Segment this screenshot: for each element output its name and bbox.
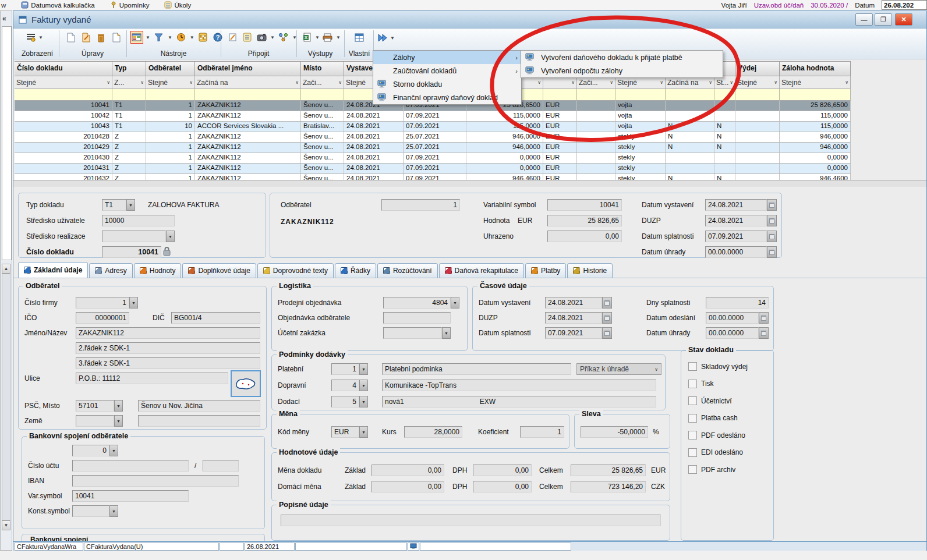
stredisko-realizace-spinner[interactable]: ▼	[166, 231, 175, 242]
print-dropdown-caret[interactable]: ▼	[336, 35, 341, 40]
popisne-field[interactable]	[281, 515, 661, 526]
cislo-firmy-field[interactable]: 1	[76, 297, 129, 309]
datum-odeslani-field[interactable]: 00.00.0000	[706, 312, 759, 324]
column-filter-dropdown[interactable]: Zači...∨	[577, 76, 615, 89]
prodejni-objednavka-field[interactable]: 4804	[383, 297, 451, 309]
banka-poradi-spinner[interactable]: ▼	[109, 445, 118, 456]
column-header[interactable]: Odběratel	[146, 61, 195, 76]
checkbox-unchecked[interactable]	[688, 465, 697, 474]
misto-field[interactable]: Šenov u Nov. Jičína	[138, 400, 260, 412]
column-filter-dropdown[interactable]: ∨	[543, 76, 577, 89]
zaklad-dokladu-field[interactable]: 0,00	[371, 465, 444, 476]
uhrazeno-field[interactable]: 0,00	[547, 231, 622, 242]
duzp-field[interactable]: 24.08.2021	[705, 215, 767, 226]
tab-doprovodn-texty[interactable]: Doprovodné texty	[257, 263, 334, 278]
tab-dopl-kov-daje[interactable]: Doplňkové údaje	[182, 263, 256, 278]
print-icon[interactable]	[322, 31, 334, 43]
filter-input-cell[interactable]	[666, 89, 714, 101]
menu-item-finan-n-opravn-da-ov-doklad[interactable]: Finanční opravný daňový doklad	[373, 91, 521, 104]
dodaci-desc-field[interactable]: nová1 EXW	[382, 396, 656, 407]
column-filter-dropdown[interactable]: Stejné∨	[735, 76, 780, 89]
koeficient-field[interactable]: 1	[520, 426, 564, 438]
tab-hodnoty[interactable]: Hodnoty	[134, 263, 182, 278]
filter-input-cell[interactable]	[577, 89, 615, 101]
filter-input-cell[interactable]	[195, 89, 301, 101]
column-header[interactable]: Číslo dokladu	[15, 61, 112, 76]
tab-adresy[interactable]: Adresy	[89, 263, 132, 278]
datum-vystaveni-field[interactable]: 24.08.2021	[705, 199, 767, 211]
close-button[interactable]: ✕	[895, 13, 912, 26]
platebni-spinner[interactable]: ▼	[359, 363, 368, 375]
scroll-down-button[interactable]: ▼	[2, 520, 10, 530]
filter-input-cell[interactable]	[15, 89, 112, 101]
dopravni-spinner[interactable]: ▼	[359, 380, 368, 391]
zeme-spinner[interactable]: ▼	[114, 415, 123, 427]
view-mode-icon[interactable]	[25, 31, 37, 43]
delete-record-icon[interactable]	[95, 31, 107, 43]
zeme-nazev-field[interactable]	[138, 415, 260, 427]
cislo-dokladu-field[interactable]: 10041	[102, 246, 161, 258]
checkbox-unchecked[interactable]	[688, 431, 697, 440]
tab-z-kladn-daje[interactable]: Základní údaje	[18, 262, 88, 278]
filter-input-cell[interactable]	[735, 89, 780, 101]
menu-item-z-lohy[interactable]: Zálohy›	[373, 51, 521, 64]
calendar-button[interactable]	[602, 297, 612, 309]
kod-meny-field[interactable]: EUR	[331, 426, 359, 438]
jmeno3-field[interactable]: 3.řádek z SDK-1	[76, 357, 260, 369]
zeme-field[interactable]	[76, 415, 114, 427]
datum-splatnosti-field[interactable]: 07.09.2021	[705, 231, 767, 242]
filter-input-cell[interactable]	[146, 89, 195, 101]
filter-input-cell[interactable]	[301, 89, 344, 101]
table-row[interactable]: 10043T110ACCOR Services Slovakia ...Brat…	[15, 122, 851, 132]
column-filter-dropdown[interactable]: St...∨	[714, 76, 735, 89]
filter-input-cell[interactable]	[615, 89, 666, 101]
cislo-uctu-field[interactable]	[72, 460, 189, 472]
column-filter-dropdown[interactable]: Začíná na∨	[666, 76, 714, 89]
workflow-icon[interactable]	[278, 31, 289, 43]
filter-input-cell[interactable]	[714, 89, 735, 101]
minimize-button[interactable]: —	[855, 13, 873, 26]
copy-record-icon[interactable]	[110, 31, 122, 43]
excel-dropdown-caret[interactable]: ▼	[315, 35, 320, 40]
cislo-firmy-spinner[interactable]: ▼	[129, 297, 138, 309]
dph-domaci-field[interactable]: 0,00	[473, 481, 532, 492]
tab--dky[interactable]: Řádky	[335, 263, 376, 278]
table-row[interactable]: 2010430Z1ZAKAZNIK112Šenov u...24.08.2021…	[15, 153, 851, 164]
ulice-field[interactable]: P.O.B.: 11112	[76, 373, 228, 384]
list-icon[interactable]	[241, 31, 253, 43]
kod-banky-field[interactable]	[203, 460, 239, 472]
hodnota-field[interactable]: 25 826,65	[547, 215, 622, 226]
column-filter-dropdown[interactable]: Začíná na∨	[195, 76, 301, 89]
column-header[interactable]: Místo	[301, 61, 344, 76]
excel-export-icon[interactable]: X	[301, 31, 313, 43]
camera-icon[interactable]	[256, 31, 267, 43]
checkbox-unchecked[interactable]	[688, 380, 697, 388]
scroll-up-button[interactable]: ▲	[2, 264, 10, 274]
table-row[interactable]: 2010428Z1ZAKAZNIK112Šenov u...24.08.2021…	[15, 132, 851, 143]
dph-dokladu-field[interactable]: 0,00	[473, 465, 532, 476]
checkbox-unchecked[interactable]	[688, 414, 697, 423]
table-row[interactable]: 2010429Z1ZAKAZNIK112Šenov u...24.08.2021…	[15, 143, 851, 153]
variabilni-symbol-field[interactable]: 10041	[547, 199, 622, 211]
jmeno-field[interactable]: ZAKAZNIK112	[76, 327, 260, 339]
table-row[interactable]: 2010431Z1ZAKAZNIK112Šenov u...24.08.2021…	[15, 164, 851, 174]
tab-da-ov-rekapitulace[interactable]: Daňová rekapitulace	[439, 263, 524, 278]
view-dropdown-caret[interactable]: ▼	[38, 35, 43, 40]
checkbox-unchecked[interactable]	[688, 396, 697, 405]
column-filter-dropdown[interactable]: Stejné∨	[780, 76, 851, 89]
celkem-dokladu-field[interactable]: 25 826,65	[571, 465, 646, 476]
jmeno2-field[interactable]: 2.řádek z SDK-1	[76, 342, 260, 354]
dopravni-field[interactable]: 4	[331, 380, 359, 391]
current-date-field[interactable]: 26.08.202	[882, 0, 927, 10]
iban-field[interactable]	[72, 475, 239, 487]
checkbox-unchecked[interactable]	[688, 448, 697, 457]
banka-poradi-field[interactable]: 0	[72, 445, 109, 456]
column-filter-dropdown[interactable]: Stejné∨	[15, 76, 112, 89]
filter-icon[interactable]	[153, 31, 165, 43]
datum-uhrady-field[interactable]: 00.00.0000	[705, 246, 767, 258]
kod-meny-spinner[interactable]: ▼	[359, 426, 368, 438]
refresh-clock-icon[interactable]	[175, 31, 187, 43]
collapse-chevron-icon[interactable]: «	[2, 15, 5, 23]
menubar-item-upominky[interactable]: Upomínky	[110, 1, 150, 9]
dny-splatnosti-field[interactable]: 14	[706, 297, 769, 309]
